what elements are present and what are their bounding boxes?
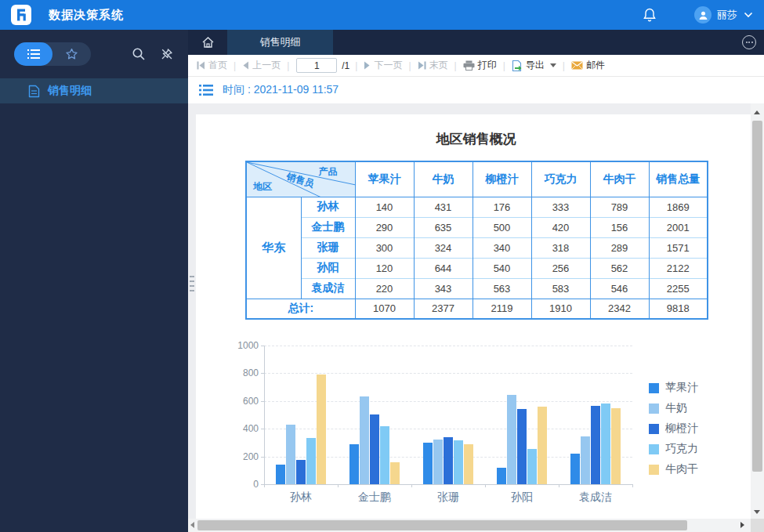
first-page-button[interactable]: 首页 [193, 59, 231, 72]
user-name[interactable]: 丽莎 [717, 8, 737, 22]
table-row: 金士鹏2906355004201562001 [246, 217, 708, 237]
chart-bar[interactable] [581, 436, 590, 484]
chart-bar[interactable] [538, 407, 547, 484]
scroll-down-icon[interactable] [754, 510, 760, 514]
x-axis-tick [632, 484, 633, 487]
vertical-scroll-thumb[interactable] [752, 121, 762, 472]
sidebar-toolbar [0, 30, 188, 78]
value-cell: 290 [355, 217, 414, 237]
value-cell: 2122 [649, 258, 708, 278]
chart-bar[interactable] [507, 395, 516, 484]
chart-bar[interactable] [306, 438, 316, 484]
vertical-scrollbar[interactable] [751, 103, 764, 519]
chart-bar[interactable] [601, 404, 610, 484]
chart-bar[interactable] [296, 460, 306, 484]
value-cell: 563 [473, 278, 531, 299]
chart-bar[interactable] [390, 462, 400, 484]
table-corner-cell: 产品销售员地区 [246, 161, 355, 197]
y-axis-label: 1000 [226, 340, 259, 351]
export-icon [512, 60, 523, 71]
chart-bar[interactable] [444, 437, 453, 484]
chart-bar[interactable] [454, 440, 463, 484]
value-cell: 343 [414, 278, 473, 299]
chart-bar[interactable] [570, 454, 580, 484]
chart-bar[interactable] [286, 425, 295, 484]
scroll-left-icon[interactable] [190, 522, 194, 528]
chart-bar[interactable] [370, 414, 379, 484]
user-avatar[interactable] [694, 6, 711, 24]
prev-page-button[interactable]: 上一页 [238, 59, 284, 72]
table-row: 袁成洁2203435635835462255 [246, 278, 708, 299]
print-button[interactable]: 打印 [459, 59, 501, 72]
sidebar-item-sales-detail[interactable]: 销售明细 [0, 78, 188, 103]
tab-more-button[interactable] [742, 35, 756, 49]
report-title: 地区销售概况 [245, 130, 707, 148]
legend-item[interactable]: 苹果汁 [649, 381, 698, 395]
chart-bar[interactable] [464, 444, 473, 484]
document-icon [28, 85, 40, 98]
chevron-down-icon[interactable] [744, 12, 753, 18]
last-page-icon [418, 61, 426, 70]
sales-summary-table: 产品销售员地区苹果汁牛奶柳橙汁巧克力牛肉干销售总量华东孙林14043117633… [245, 161, 708, 320]
horizontal-scroll-thumb[interactable] [197, 520, 687, 530]
legend-swatch [649, 404, 659, 414]
mail-button[interactable]: 邮件 [567, 59, 609, 72]
tab-home[interactable] [188, 30, 227, 55]
last-page-button[interactable]: 末页 [414, 59, 452, 72]
notification-bell-icon[interactable] [643, 7, 657, 23]
chart-bar[interactable] [317, 375, 326, 484]
x-axis-tick [411, 484, 412, 487]
search-icon [132, 47, 146, 61]
legend-item[interactable]: 柳橙汁 [649, 422, 698, 436]
unpin-button[interactable] [160, 47, 174, 61]
region-cell: 华东 [246, 197, 301, 299]
chart-bar[interactable] [591, 406, 600, 484]
sidebar-resize-grip[interactable] [190, 274, 194, 295]
legend-item[interactable]: 牛奶 [649, 401, 698, 415]
star-icon [65, 48, 78, 60]
column-header: 销售总量 [649, 161, 708, 197]
tab-sales-detail[interactable]: 销售明细 [227, 30, 333, 55]
y-axis-label: 800 [226, 367, 259, 378]
menu-list-toggle[interactable] [14, 42, 53, 66]
next-page-button[interactable]: 下一页 [360, 59, 406, 72]
legend-swatch [649, 444, 659, 454]
value-cell: 2001 [649, 217, 708, 237]
chart-bar[interactable] [433, 440, 443, 484]
horizontal-scrollbar[interactable] [188, 519, 751, 532]
chart-bar[interactable] [360, 396, 369, 484]
sidebar: 销售明细 [0, 30, 188, 532]
value-cell: 140 [355, 197, 414, 217]
legend-item[interactable]: 巧克力 [649, 442, 698, 456]
value-cell: 176 [473, 197, 531, 217]
legend-swatch [649, 383, 659, 393]
value-cell: 789 [590, 197, 649, 217]
page-number-input[interactable] [296, 58, 337, 73]
value-cell: 644 [414, 258, 473, 278]
favorites-toggle[interactable] [53, 42, 91, 66]
salesperson-cell: 金士鹏 [301, 217, 355, 237]
scroll-right-icon[interactable] [740, 522, 744, 528]
chart-bar[interactable] [276, 465, 285, 484]
chart-bar[interactable] [423, 443, 433, 484]
chart-bar[interactable] [349, 444, 359, 484]
chart-bar[interactable] [517, 409, 527, 484]
export-dropdown-caret [550, 63, 556, 67]
chart-bar[interactable] [611, 408, 621, 484]
toolbar-separator: | [501, 60, 508, 71]
chart-bar[interactable] [497, 468, 506, 484]
value-cell: 1571 [649, 237, 708, 258]
toolbar-separator: | [353, 60, 360, 71]
chart-bar[interactable] [380, 426, 389, 484]
legend-label: 牛奶 [665, 401, 687, 415]
chart-bar[interactable] [527, 449, 537, 484]
scroll-up-icon[interactable] [754, 110, 760, 114]
parameter-list-icon[interactable] [199, 85, 213, 96]
salesperson-cell: 袁成洁 [301, 278, 355, 299]
column-header: 牛奶 [414, 161, 473, 197]
export-button[interactable]: 导出 [508, 59, 560, 72]
search-button[interactable] [132, 47, 146, 61]
content-area: 销售明细 首页 | 上一页 | /1 | 下一页 [188, 30, 764, 532]
legend-item[interactable]: 牛肉干 [649, 462, 698, 476]
sidebar-item-label: 销售明细 [48, 84, 92, 98]
